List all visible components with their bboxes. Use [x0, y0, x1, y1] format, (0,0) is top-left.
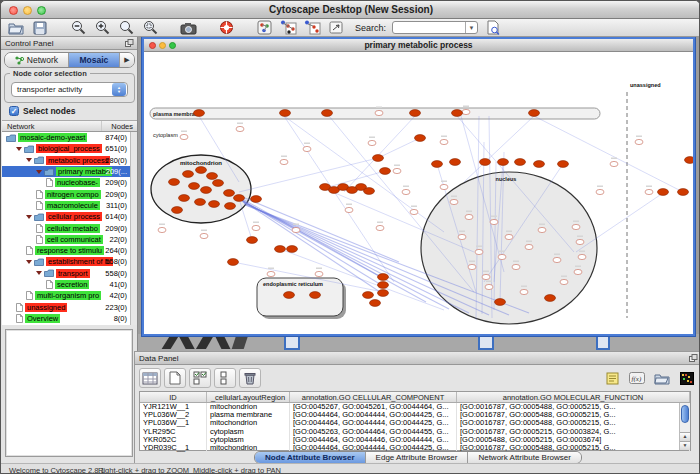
orange-node[interactable]	[194, 110, 205, 117]
orange-node[interactable]	[410, 110, 421, 117]
search-field[interactable]	[393, 23, 465, 33]
orange-node[interactable]	[515, 159, 526, 166]
tree-row[interactable]: biological_process651(0)	[2, 143, 130, 154]
small-node[interactable]	[465, 214, 473, 219]
small-node[interactable]	[610, 161, 618, 166]
tree-row[interactable]: mosaic-demo-yeast874(0)	[2, 132, 130, 143]
small-node[interactable]	[538, 227, 546, 232]
tab-mosaic[interactable]: Mosaic	[69, 53, 120, 67]
small-node[interactable]	[468, 264, 476, 269]
orange-node[interactable]	[195, 199, 206, 206]
tree-row-label[interactable]: primary metabo	[56, 167, 112, 176]
tree-row-label[interactable]: establishment of lo	[46, 257, 113, 266]
small-node[interactable]	[158, 227, 166, 232]
orange-node[interactable]	[234, 195, 245, 202]
small-node[interactable]	[345, 207, 353, 212]
small-node[interactable]	[572, 224, 580, 229]
vizmapper-icon[interactable]	[255, 20, 273, 35]
orange-node[interactable]	[225, 203, 236, 210]
tree-row[interactable]: Overview8(0)	[2, 313, 130, 324]
tree-row-label[interactable]: biological_process	[36, 144, 102, 153]
orange-node[interactable]	[450, 159, 461, 166]
tab-node-attribute-browser[interactable]: Node Attribute Browser	[255, 452, 366, 463]
orange-node[interactable]	[452, 110, 463, 117]
import-attributes-icon[interactable]	[651, 368, 673, 388]
orange-node[interactable]	[432, 161, 443, 168]
table-row[interactable]: YLR295Ccytoplasm[GO:0045263, GO:0044464,…	[140, 428, 690, 436]
tree-row-label[interactable]: mosaic-demo-yeast	[18, 133, 87, 142]
network-canvas[interactable]: plasma membrane cytoplasm mitochondrion …	[144, 52, 693, 334]
small-node[interactable]	[402, 189, 410, 194]
zoom-out-icon[interactable]	[69, 20, 87, 35]
orange-node[interactable]	[363, 292, 374, 299]
new-attribute-icon[interactable]	[164, 368, 186, 388]
tree-row-label[interactable]: response to stimulu	[35, 246, 104, 255]
orange-node[interactable]	[364, 188, 375, 195]
delete-attribute-icon[interactable]	[239, 368, 261, 388]
table-row[interactable]: YKR052Ccytoplasm[GO:0044464, GO:0044446,…	[140, 436, 690, 444]
save-icon[interactable]	[31, 20, 49, 35]
small-node[interactable]	[596, 189, 604, 194]
orange-node[interactable]	[685, 157, 694, 164]
orange-node[interactable]	[228, 259, 239, 266]
node-color-dropdown[interactable]: transporter activity ▲▼	[11, 82, 128, 97]
snapshot-camera-icon[interactable]	[179, 20, 197, 35]
expander-triangle-icon[interactable]	[26, 260, 32, 264]
tree-row-label[interactable]: Overview	[25, 314, 60, 323]
orange-node[interactable]	[213, 180, 224, 187]
small-node[interactable]	[482, 274, 490, 279]
orange-node[interactable]	[224, 190, 235, 197]
unselect-attributes-icon[interactable]	[214, 368, 236, 388]
orange-node[interactable]	[207, 173, 218, 180]
orange-node[interactable]	[480, 159, 491, 166]
small-node[interactable]	[410, 209, 418, 214]
table-scrollbar[interactable]: ▲ ▼	[679, 403, 690, 450]
layout-icon[interactable]	[279, 20, 297, 35]
orange-node[interactable]	[373, 155, 384, 162]
dropdown-stepper-icon[interactable]: ▲▼	[112, 83, 126, 96]
small-node[interactable]	[440, 184, 448, 189]
zoom-fit-icon[interactable]	[117, 20, 135, 35]
small-node[interactable]	[490, 219, 498, 224]
orange-node[interactable]	[209, 201, 220, 208]
orange-node[interactable]	[545, 295, 556, 302]
manual-layout-icon[interactable]	[327, 20, 345, 35]
orange-node[interactable]	[415, 135, 426, 142]
function-builder-icon[interactable]: f(x)	[626, 368, 648, 388]
tree-row[interactable]: nitrogen compo209(0)	[2, 188, 130, 199]
tree-row[interactable]: primary metabo209(...	[2, 166, 130, 177]
matrix-icon[interactable]	[676, 368, 698, 388]
expander-triangle-icon[interactable]	[36, 170, 42, 174]
tree-row-label[interactable]: cellular metabo	[45, 224, 100, 233]
small-node[interactable]	[553, 257, 561, 262]
tree-row[interactable]: metabolic process280(0)	[2, 155, 130, 166]
table-row[interactable]: YPL036W__1mitochondrion[GO:0044464, GO:0…	[140, 419, 690, 427]
select-attributes-icon[interactable]	[189, 368, 211, 388]
tree-row[interactable]: unassigned223(0)	[2, 301, 130, 312]
expander-triangle-icon[interactable]	[36, 271, 42, 275]
tree-row[interactable]: transport558(0)	[2, 268, 130, 279]
small-node[interactable]	[368, 140, 376, 145]
tree-row[interactable]: nucleobase-209(0)	[2, 177, 130, 188]
orange-node[interactable]	[284, 292, 295, 299]
scroll-up-icon[interactable]: ▲	[680, 432, 690, 441]
tree-row-label[interactable]: cell communicat	[45, 235, 103, 244]
small-node[interactable]	[280, 159, 288, 164]
zoom-in-icon[interactable]	[93, 20, 111, 35]
tree-col-network[interactable]: Network	[2, 121, 101, 131]
search-input[interactable]: ▼	[392, 21, 478, 34]
orange-node[interactable]	[280, 110, 291, 117]
small-node[interactable]	[475, 249, 483, 254]
expander-triangle-icon[interactable]	[16, 147, 22, 151]
tree-row-label[interactable]: unassigned	[25, 303, 67, 312]
orange-node[interactable]	[201, 187, 212, 194]
tree-row[interactable]: multi-organism pro42(0)	[2, 290, 130, 301]
column-header[interactable]: annotation.GO CELLULAR_COMPONENT	[290, 392, 457, 402]
orange-node[interactable]	[529, 110, 540, 117]
table-scrollbar-thumb[interactable]	[681, 405, 689, 423]
small-node[interactable]	[376, 225, 384, 230]
tree-row-label[interactable]: transport	[56, 269, 90, 278]
orange-node[interactable]	[183, 171, 194, 178]
small-node[interactable]	[520, 289, 528, 294]
orange-node[interactable]	[678, 189, 689, 196]
